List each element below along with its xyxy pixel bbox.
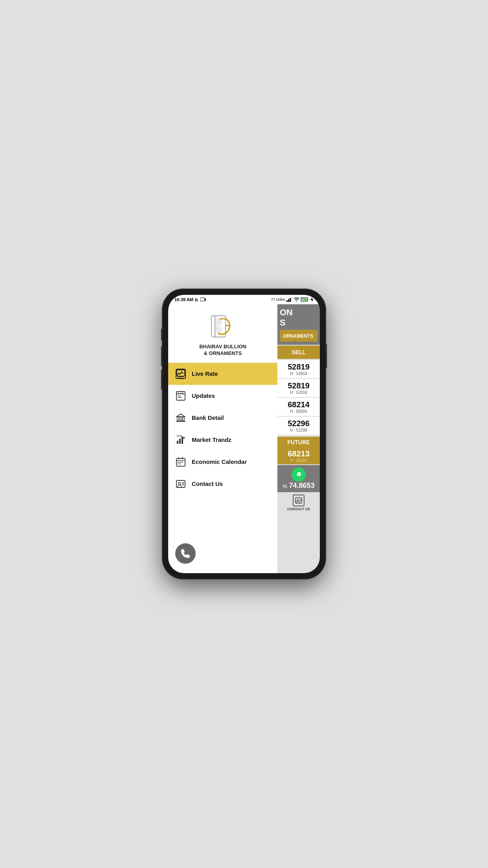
- menu-list: Live Rate: [168, 363, 277, 537]
- svg-rect-3: [288, 299, 289, 302]
- battery-icon: 21: [301, 297, 309, 302]
- contact-us-bottom-label: CONTACT US: [287, 507, 310, 511]
- right-panel: ON S ORNAMENTS SELL 52819 H : 52818: [277, 304, 320, 573]
- call-button-area: [168, 537, 277, 573]
- future-sub: H : 68203: [280, 458, 317, 463]
- future-label: FUTURE: [281, 439, 317, 445]
- svg-rect-17: [180, 417, 182, 421]
- svg-rect-10: [176, 369, 185, 379]
- svg-rect-26: [178, 463, 179, 464]
- wifi-icon: [294, 297, 299, 302]
- rate-value-1: 52819: [280, 381, 317, 390]
- network-icon: N: [195, 297, 199, 302]
- rate-high-3: H : 52295: [280, 428, 317, 432]
- rate-value-2: 68214: [280, 400, 317, 409]
- svg-rect-19: [177, 441, 178, 444]
- app-header: ON S ORNAMENTS: [277, 304, 320, 345]
- status-bar: 10:39 AM N 77.1KB/s: [168, 295, 320, 304]
- status-indicators: 77.1KB/s: [271, 297, 314, 302]
- rate-value-0: 52819: [280, 362, 317, 371]
- header-title-on: ON: [280, 307, 317, 318]
- volume-down-button: [161, 370, 163, 390]
- inco-value: IN 74.8653: [283, 482, 314, 490]
- rate-high-1: H : 52818: [280, 390, 317, 395]
- rate-row-3: 52296 H : 52295: [277, 417, 320, 435]
- svg-rect-21: [182, 437, 183, 444]
- svg-point-32: [297, 499, 299, 501]
- svg-text:N: N: [195, 298, 198, 302]
- charging-icon: [310, 297, 314, 302]
- contact-us-bottom[interactable]: CONTACT US: [277, 492, 320, 513]
- brand-name: BHAIRAV BULLION & ORNAMENTS: [199, 344, 246, 357]
- contact-us-bottom-icon: [293, 495, 305, 506]
- contact-us-icon: [175, 478, 186, 489]
- status-time: 10:39 AM N: [174, 297, 206, 302]
- inco-section: IN 74.8653: [277, 465, 320, 492]
- logo-area: BHAIRAV BULLION & ORNAMENTS: [168, 304, 277, 363]
- rate-high-2: H : 68204: [280, 409, 317, 414]
- screen-record-icon: [200, 297, 206, 302]
- brand-logo: [209, 312, 237, 340]
- rate-row-1: 52819 H : 52818: [277, 379, 320, 397]
- svg-rect-4: [290, 298, 291, 302]
- app-content: BHAIRAV BULLION & ORNAMENTS: [168, 304, 320, 573]
- future-value: 68213: [280, 449, 317, 458]
- menu-item-bank-detail[interactable]: Bank Detail: [168, 407, 277, 429]
- ornaments-header: ORNAMENTS: [280, 330, 317, 342]
- svg-rect-20: [179, 439, 181, 444]
- signal-icon: [286, 297, 293, 302]
- svg-rect-25: [182, 462, 183, 463]
- whatsapp-icon[interactable]: [292, 467, 306, 482]
- menu-item-economic-calendar[interactable]: Economic Calendar: [168, 451, 277, 473]
- menu-item-economic-calendar-label: Economic Calendar: [192, 458, 247, 465]
- menu-item-updates[interactable]: Updates: [168, 385, 277, 407]
- menu-item-live-rate-label: Live Rate: [192, 370, 218, 377]
- app-screen: 10:39 AM N 77.1KB/s: [168, 295, 320, 573]
- svg-text:21: 21: [302, 299, 305, 302]
- menu-item-market-trandz[interactable]: Market Trandz: [168, 429, 277, 451]
- menu-item-bank-detail-label: Bank Detail: [192, 414, 224, 421]
- svg-rect-2: [286, 300, 288, 302]
- economic-calendar-icon: [175, 456, 186, 467]
- call-button[interactable]: [175, 543, 196, 564]
- sell-header: SELL: [277, 346, 320, 359]
- menu-item-market-trandz-label: Market Trandz: [192, 436, 231, 443]
- mute-button: [161, 329, 163, 340]
- svg-rect-27: [180, 463, 181, 464]
- header-title-s: S: [280, 318, 317, 328]
- menu-item-live-rate[interactable]: Live Rate: [168, 363, 277, 385]
- rate-row-2: 68214 H : 68204: [277, 398, 320, 416]
- phone-screen: 10:39 AM N 77.1KB/s: [168, 295, 320, 573]
- svg-rect-15: [182, 393, 183, 394]
- svg-rect-23: [178, 462, 179, 463]
- svg-rect-18: [183, 417, 184, 421]
- svg-rect-24: [180, 462, 181, 463]
- live-rate-icon: [175, 368, 186, 379]
- menu-item-contact-us-label: Contact Us: [192, 480, 223, 487]
- rate-row-0: 52819 H : 52818: [277, 360, 320, 378]
- phone-frame: 10:39 AM N 77.1KB/s: [163, 289, 325, 579]
- updates-icon: [175, 390, 186, 401]
- power-button: [325, 344, 327, 368]
- svg-rect-14: [180, 393, 181, 394]
- volume-up-button: [161, 346, 163, 366]
- bank-icon: [175, 412, 186, 423]
- future-rate-row: 68213 H : 68203: [277, 448, 320, 464]
- rate-value-3: 52296: [280, 419, 317, 428]
- svg-rect-1: [200, 298, 205, 301]
- navigation-drawer: BHAIRAV BULLION & ORNAMENTS: [168, 304, 277, 573]
- rate-high-0: H : 52818: [280, 371, 317, 376]
- svg-rect-16: [177, 417, 179, 421]
- svg-rect-13: [178, 393, 179, 394]
- menu-item-contact-us[interactable]: Contact Us: [168, 473, 277, 495]
- future-section: FUTURE: [277, 437, 320, 448]
- svg-rect-5: [291, 297, 292, 302]
- svg-point-29: [178, 482, 181, 485]
- menu-item-updates-label: Updates: [192, 392, 215, 399]
- market-trandz-icon: [175, 434, 186, 445]
